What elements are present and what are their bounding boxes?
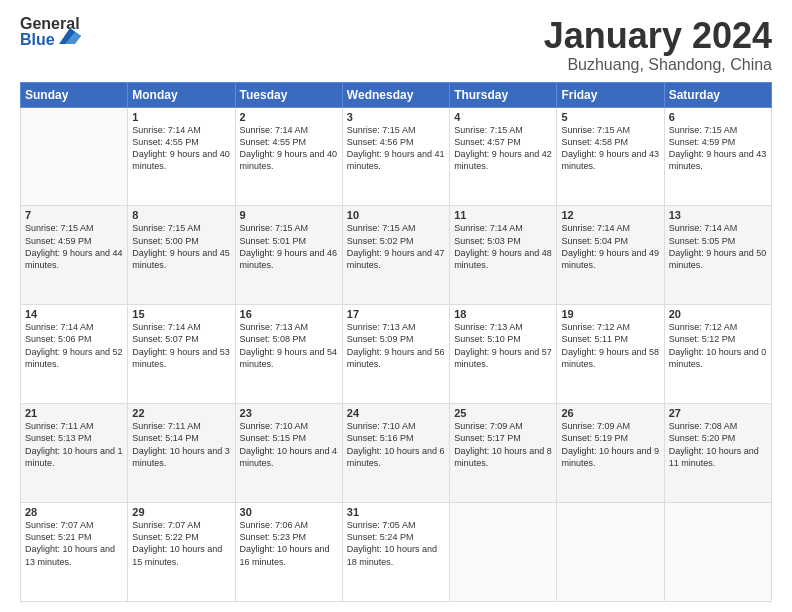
table-row: 20Sunrise: 7:12 AMSunset: 5:12 PMDayligh… xyxy=(664,305,771,404)
day-number: 10 xyxy=(347,209,445,221)
table-row: 26Sunrise: 7:09 AMSunset: 5:19 PMDayligh… xyxy=(557,404,664,503)
day-number: 29 xyxy=(132,506,230,518)
title-block: January 2024 Buzhuang, Shandong, China xyxy=(544,16,772,74)
day-number: 14 xyxy=(25,308,123,320)
calendar-week-row: 21Sunrise: 7:11 AMSunset: 5:13 PMDayligh… xyxy=(21,404,772,503)
table-row: 31Sunrise: 7:05 AMSunset: 5:24 PMDayligh… xyxy=(342,503,449,602)
calendar-week-row: 14Sunrise: 7:14 AMSunset: 5:06 PMDayligh… xyxy=(21,305,772,404)
col-wednesday: Wednesday xyxy=(342,82,449,107)
cell-info: Sunrise: 7:10 AMSunset: 5:16 PMDaylight:… xyxy=(347,420,445,469)
day-number: 8 xyxy=(132,209,230,221)
header: General Blue January 2024 Buzhuang, Shan… xyxy=(20,16,772,74)
cell-info: Sunrise: 7:08 AMSunset: 5:20 PMDaylight:… xyxy=(669,420,767,469)
day-number: 31 xyxy=(347,506,445,518)
cell-info: Sunrise: 7:13 AMSunset: 5:09 PMDaylight:… xyxy=(347,321,445,370)
day-number: 28 xyxy=(25,506,123,518)
table-row: 4Sunrise: 7:15 AMSunset: 4:57 PMDaylight… xyxy=(450,107,557,206)
day-number: 9 xyxy=(240,209,338,221)
cell-info: Sunrise: 7:14 AMSunset: 5:07 PMDaylight:… xyxy=(132,321,230,370)
table-row: 21Sunrise: 7:11 AMSunset: 5:13 PMDayligh… xyxy=(21,404,128,503)
table-row xyxy=(664,503,771,602)
cell-info: Sunrise: 7:15 AMSunset: 4:56 PMDaylight:… xyxy=(347,124,445,173)
table-row: 6Sunrise: 7:15 AMSunset: 4:59 PMDaylight… xyxy=(664,107,771,206)
col-friday: Friday xyxy=(557,82,664,107)
table-row: 11Sunrise: 7:14 AMSunset: 5:03 PMDayligh… xyxy=(450,206,557,305)
cell-info: Sunrise: 7:12 AMSunset: 5:12 PMDaylight:… xyxy=(669,321,767,370)
table-row: 15Sunrise: 7:14 AMSunset: 5:07 PMDayligh… xyxy=(128,305,235,404)
day-number: 23 xyxy=(240,407,338,419)
table-row: 28Sunrise: 7:07 AMSunset: 5:21 PMDayligh… xyxy=(21,503,128,602)
table-row: 7Sunrise: 7:15 AMSunset: 4:59 PMDaylight… xyxy=(21,206,128,305)
logo-blue-text: Blue xyxy=(20,32,55,48)
table-row: 22Sunrise: 7:11 AMSunset: 5:14 PMDayligh… xyxy=(128,404,235,503)
table-row: 30Sunrise: 7:06 AMSunset: 5:23 PMDayligh… xyxy=(235,503,342,602)
calendar-header-row: Sunday Monday Tuesday Wednesday Thursday… xyxy=(21,82,772,107)
day-number: 27 xyxy=(669,407,767,419)
day-number: 13 xyxy=(669,209,767,221)
day-number: 2 xyxy=(240,111,338,123)
cell-info: Sunrise: 7:14 AMSunset: 5:05 PMDaylight:… xyxy=(669,222,767,271)
table-row: 17Sunrise: 7:13 AMSunset: 5:09 PMDayligh… xyxy=(342,305,449,404)
day-number: 30 xyxy=(240,506,338,518)
calendar-week-row: 28Sunrise: 7:07 AMSunset: 5:21 PMDayligh… xyxy=(21,503,772,602)
table-row: 19Sunrise: 7:12 AMSunset: 5:11 PMDayligh… xyxy=(557,305,664,404)
day-number: 21 xyxy=(25,407,123,419)
table-row xyxy=(21,107,128,206)
day-number: 12 xyxy=(561,209,659,221)
col-monday: Monday xyxy=(128,82,235,107)
day-number: 26 xyxy=(561,407,659,419)
page-title: January 2024 xyxy=(544,16,772,56)
table-row: 13Sunrise: 7:14 AMSunset: 5:05 PMDayligh… xyxy=(664,206,771,305)
cell-info: Sunrise: 7:14 AMSunset: 5:03 PMDaylight:… xyxy=(454,222,552,271)
cell-info: Sunrise: 7:09 AMSunset: 5:17 PMDaylight:… xyxy=(454,420,552,469)
logo: General Blue xyxy=(20,16,81,48)
table-row: 24Sunrise: 7:10 AMSunset: 5:16 PMDayligh… xyxy=(342,404,449,503)
day-number: 17 xyxy=(347,308,445,320)
day-number: 18 xyxy=(454,308,552,320)
table-row: 27Sunrise: 7:08 AMSunset: 5:20 PMDayligh… xyxy=(664,404,771,503)
cell-info: Sunrise: 7:13 AMSunset: 5:10 PMDaylight:… xyxy=(454,321,552,370)
day-number: 1 xyxy=(132,111,230,123)
logo-icon xyxy=(59,28,81,44)
table-row: 5Sunrise: 7:15 AMSunset: 4:58 PMDaylight… xyxy=(557,107,664,206)
day-number: 22 xyxy=(132,407,230,419)
cell-info: Sunrise: 7:07 AMSunset: 5:22 PMDaylight:… xyxy=(132,519,230,568)
table-row: 16Sunrise: 7:13 AMSunset: 5:08 PMDayligh… xyxy=(235,305,342,404)
day-number: 3 xyxy=(347,111,445,123)
cell-info: Sunrise: 7:05 AMSunset: 5:24 PMDaylight:… xyxy=(347,519,445,568)
cell-info: Sunrise: 7:15 AMSunset: 5:00 PMDaylight:… xyxy=(132,222,230,271)
cell-info: Sunrise: 7:15 AMSunset: 4:59 PMDaylight:… xyxy=(669,124,767,173)
logo-name: General Blue xyxy=(20,16,81,48)
col-saturday: Saturday xyxy=(664,82,771,107)
table-row: 23Sunrise: 7:10 AMSunset: 5:15 PMDayligh… xyxy=(235,404,342,503)
day-number: 25 xyxy=(454,407,552,419)
cell-info: Sunrise: 7:13 AMSunset: 5:08 PMDaylight:… xyxy=(240,321,338,370)
cell-info: Sunrise: 7:15 AMSunset: 4:59 PMDaylight:… xyxy=(25,222,123,271)
table-row: 10Sunrise: 7:15 AMSunset: 5:02 PMDayligh… xyxy=(342,206,449,305)
table-row xyxy=(450,503,557,602)
col-thursday: Thursday xyxy=(450,82,557,107)
table-row: 8Sunrise: 7:15 AMSunset: 5:00 PMDaylight… xyxy=(128,206,235,305)
table-row: 2Sunrise: 7:14 AMSunset: 4:55 PMDaylight… xyxy=(235,107,342,206)
table-row: 9Sunrise: 7:15 AMSunset: 5:01 PMDaylight… xyxy=(235,206,342,305)
cell-info: Sunrise: 7:14 AMSunset: 5:04 PMDaylight:… xyxy=(561,222,659,271)
day-number: 7 xyxy=(25,209,123,221)
cell-info: Sunrise: 7:11 AMSunset: 5:13 PMDaylight:… xyxy=(25,420,123,469)
cell-info: Sunrise: 7:06 AMSunset: 5:23 PMDaylight:… xyxy=(240,519,338,568)
cell-info: Sunrise: 7:14 AMSunset: 4:55 PMDaylight:… xyxy=(132,124,230,173)
day-number: 6 xyxy=(669,111,767,123)
day-number: 19 xyxy=(561,308,659,320)
calendar-week-row: 7Sunrise: 7:15 AMSunset: 4:59 PMDaylight… xyxy=(21,206,772,305)
cell-info: Sunrise: 7:15 AMSunset: 5:02 PMDaylight:… xyxy=(347,222,445,271)
table-row xyxy=(557,503,664,602)
table-row: 18Sunrise: 7:13 AMSunset: 5:10 PMDayligh… xyxy=(450,305,557,404)
calendar-table: Sunday Monday Tuesday Wednesday Thursday… xyxy=(20,82,772,602)
table-row: 3Sunrise: 7:15 AMSunset: 4:56 PMDaylight… xyxy=(342,107,449,206)
page-subtitle: Buzhuang, Shandong, China xyxy=(544,56,772,74)
day-number: 15 xyxy=(132,308,230,320)
table-row: 29Sunrise: 7:07 AMSunset: 5:22 PMDayligh… xyxy=(128,503,235,602)
day-number: 11 xyxy=(454,209,552,221)
col-tuesday: Tuesday xyxy=(235,82,342,107)
calendar-week-row: 1Sunrise: 7:14 AMSunset: 4:55 PMDaylight… xyxy=(21,107,772,206)
cell-info: Sunrise: 7:14 AMSunset: 4:55 PMDaylight:… xyxy=(240,124,338,173)
